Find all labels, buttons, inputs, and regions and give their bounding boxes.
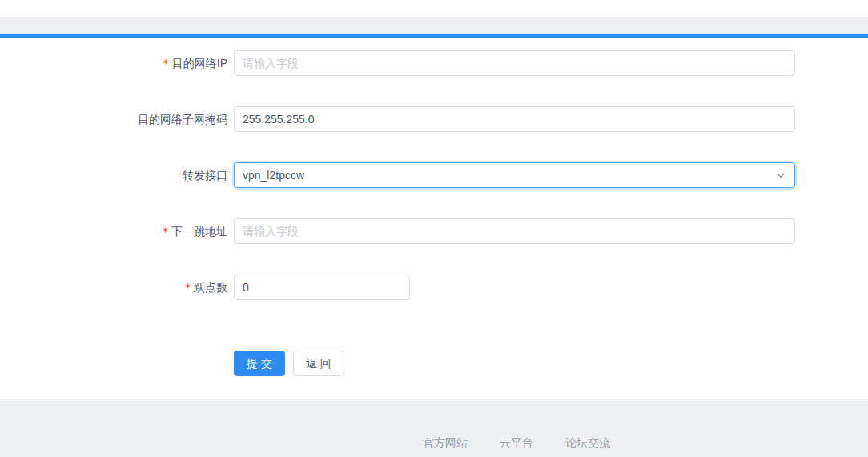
top-white-strip bbox=[0, 0, 868, 17]
forward-interface-label: 转发接口 bbox=[0, 162, 227, 188]
form-item-next-hop: *下一跳地址 bbox=[0, 218, 868, 244]
required-asterisk: * bbox=[185, 281, 191, 294]
form-item-dest-network-ip: *目的网络IP bbox=[0, 50, 868, 76]
forward-interface-select[interactable]: vpn_l2tpccw bbox=[234, 162, 795, 188]
dest-subnet-mask-input[interactable] bbox=[234, 106, 795, 132]
form-item-hop-count: *跃点数 bbox=[0, 275, 868, 300]
next-hop-label-text: 下一跳地址 bbox=[171, 225, 227, 238]
hop-count-input[interactable] bbox=[234, 275, 410, 300]
form-item-dest-subnet-mask: 目的网络子网掩码 bbox=[0, 106, 868, 132]
dest-network-ip-input[interactable] bbox=[234, 50, 795, 76]
page-footer: 官方网站 云平台 论坛交流 bbox=[0, 399, 868, 457]
forward-interface-label-text: 转发接口 bbox=[183, 169, 227, 182]
required-asterisk: * bbox=[163, 225, 168, 238]
dest-subnet-mask-label: 目的网络子网掩码 bbox=[0, 106, 227, 132]
dest-network-ip-label: *目的网络IP bbox=[0, 50, 227, 76]
dest-network-ip-label-text: 目的网络IP bbox=[172, 57, 227, 70]
form-actions: 提 交 返 回 bbox=[234, 351, 868, 376]
footer-link-cloud-platform[interactable]: 云平台 bbox=[500, 436, 533, 451]
required-asterisk: * bbox=[163, 57, 169, 70]
top-bar bbox=[0, 17, 868, 34]
chevron-down-icon bbox=[775, 170, 786, 181]
dest-subnet-mask-label-text: 目的网络子网掩码 bbox=[138, 113, 227, 126]
footer-link-forum[interactable]: 论坛交流 bbox=[565, 436, 610, 451]
route-form: *目的网络IP 目的网络子网掩码 转发接口 vpn_l2tpccw *下一跳地址 bbox=[0, 38, 868, 399]
back-button[interactable]: 返 回 bbox=[293, 351, 344, 376]
next-hop-label: *下一跳地址 bbox=[0, 218, 227, 244]
submit-button[interactable]: 提 交 bbox=[234, 351, 285, 376]
forward-interface-selected-value: vpn_l2tpccw bbox=[243, 169, 304, 182]
next-hop-input[interactable] bbox=[234, 218, 795, 244]
footer-links: 官方网站 云平台 论坛交流 bbox=[0, 399, 868, 451]
hop-count-label: *跃点数 bbox=[0, 275, 227, 300]
form-item-forward-interface: 转发接口 vpn_l2tpccw bbox=[0, 162, 868, 188]
hop-count-label-text: 跃点数 bbox=[194, 281, 227, 294]
footer-link-official-site[interactable]: 官方网站 bbox=[423, 436, 468, 451]
